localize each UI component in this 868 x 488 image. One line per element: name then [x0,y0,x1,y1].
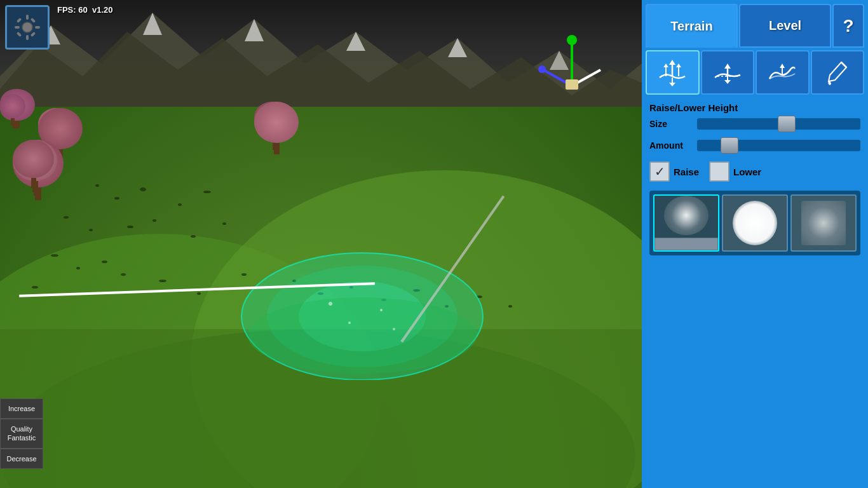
raise-label: Raise [674,166,699,177]
brush-square[interactable] [790,194,857,252]
svg-rect-34 [566,79,578,90]
tool-flatten[interactable] [701,50,755,95]
svg-rect-21 [26,15,29,20]
amount-thumb[interactable] [721,137,738,154]
brush-soft-preview [664,196,709,235]
brush-row [649,191,860,255]
tab-help[interactable]: ? [832,4,864,48]
size-slider[interactable] [697,118,860,130]
axes-widget [534,35,610,98]
svg-rect-26 [31,32,36,37]
lower-label: Lower [733,166,761,177]
section-title: Raise/Lower Height [649,102,860,113]
decrease-button[interactable]: Decrease [0,449,43,469]
svg-marker-44 [724,64,731,69]
svg-marker-38 [663,64,668,67]
tab-bar: Terrain Level ? [642,0,868,48]
terrain-edit-circle [235,240,489,380]
tab-level[interactable]: Level [739,4,831,48]
svg-marker-46 [724,80,731,84]
brush-soft-bar [654,238,718,250]
lower-checkbox-item[interactable]: Lower [709,161,761,182]
svg-point-20 [22,22,32,32]
increase-button[interactable]: Increase [0,398,43,419]
svg-marker-42 [669,83,675,86]
tool-paint[interactable] [811,50,865,95]
svg-marker-36 [669,60,675,65]
size-thumb[interactable] [778,116,796,132]
svg-rect-24 [35,26,40,29]
tool-smooth[interactable] [756,50,810,95]
gear-icon [13,13,41,41]
tab-terrain[interactable]: Terrain [646,4,738,48]
right-panel: Terrain Level ? [642,0,868,488]
raise-lower-row: ✓ Raise Lower [649,161,860,182]
fps-counter: FPS: 60 v1.20 [57,5,112,15]
brush-soft[interactable] [653,194,719,252]
quality-button[interactable]: QualityFantastic [0,419,43,449]
tool-icons-row [642,48,868,97]
svg-rect-23 [15,26,20,29]
brush-square-preview [801,201,846,245]
tool-raise-lower[interactable] [646,50,700,95]
viewport[interactable]: FPS: 60 v1.20 [0,0,642,488]
svg-rect-28 [17,32,22,37]
svg-point-32 [538,65,546,73]
svg-rect-27 [31,18,36,23]
svg-rect-25 [17,18,22,23]
size-label: Size [649,119,691,129]
svg-line-50 [841,62,846,67]
left-buttons: Increase QualityFantastic Decrease [0,398,43,469]
svg-point-19 [248,297,477,374]
svg-marker-49 [780,64,785,68]
brush-hard-preview [733,201,777,245]
size-slider-row: Size [649,118,860,130]
amount-slider-row: Amount [649,140,860,151]
amount-slider[interactable] [697,140,860,151]
brush-hard[interactable] [722,194,788,252]
settings-button[interactable] [5,5,50,50]
raise-checkbox[interactable]: ✓ [649,161,670,182]
amount-label: Amount [649,140,691,151]
lower-checkbox[interactable] [709,161,729,182]
svg-marker-40 [676,64,681,67]
svg-point-30 [567,35,577,45]
raise-checkbox-item[interactable]: ✓ Raise [649,161,699,182]
panel-content: Raise/Lower Height Size Amount ✓ Raise L… [642,97,868,488]
svg-rect-22 [26,35,29,40]
